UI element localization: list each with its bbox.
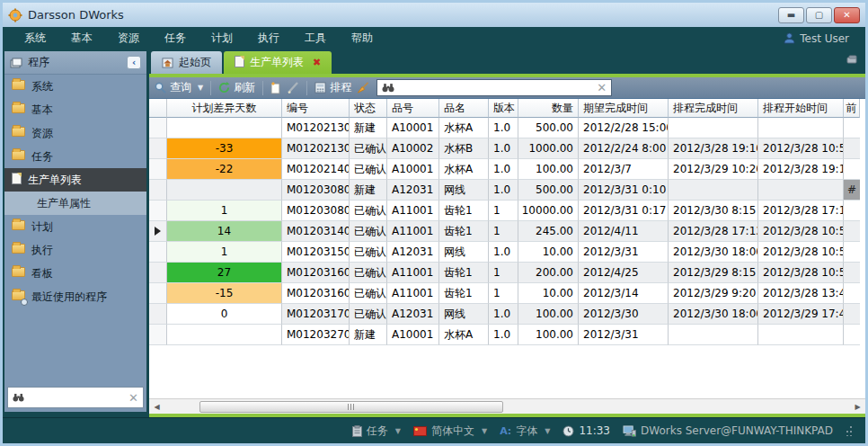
cell-qty[interactable]: 245.00 xyxy=(518,221,579,242)
row-selector[interactable] xyxy=(149,325,167,345)
cell-extra[interactable] xyxy=(844,159,860,180)
cell-status[interactable]: 已确认 xyxy=(350,242,387,263)
menu-item-1[interactable]: 基本 xyxy=(58,28,105,49)
cell-sched_end[interactable] xyxy=(669,118,758,138)
cell-status[interactable]: 已确认 xyxy=(350,159,387,180)
schedule-button[interactable]: 排程 xyxy=(314,80,351,95)
cell-diff[interactable]: -33 xyxy=(167,138,282,159)
language-dropdown-icon[interactable]: ▼ xyxy=(482,427,487,435)
cell-item_name[interactable]: 齿轮1 xyxy=(439,201,489,221)
cell-code[interactable]: M012021401 xyxy=(282,159,350,180)
column-header-9[interactable]: 排程开始时间 xyxy=(758,99,844,118)
cell-qty[interactable]: 100.00 xyxy=(518,304,579,325)
cell-item_name[interactable]: 水杯B xyxy=(439,138,489,159)
cell-sched_end[interactable]: 2012/3/30 18:00 xyxy=(669,242,758,263)
cell-qty[interactable]: 200.00 xyxy=(518,263,579,283)
cell-extra[interactable] xyxy=(844,325,860,345)
cell-code[interactable]: M012031402 xyxy=(282,221,350,242)
table-row[interactable]: M012032701新建A10001水杯A1.0100.002012/3/31 xyxy=(149,325,865,345)
cell-extra[interactable] xyxy=(844,138,860,159)
window-list-icon[interactable] xyxy=(846,54,858,65)
cell-sched_end[interactable]: 2012/3/28 19:10 xyxy=(669,138,758,159)
cell-extra[interactable] xyxy=(844,221,860,242)
cell-sched_start[interactable]: 2012/3/28 10:52 xyxy=(758,263,844,283)
tab-close-icon[interactable]: ✖ xyxy=(313,57,321,68)
cell-item_no[interactable]: A11001 xyxy=(387,283,439,304)
cell-status[interactable]: 已确认 xyxy=(350,201,387,221)
sidebar-item-5[interactable]: 生产单属性 xyxy=(4,192,146,215)
cell-item_name[interactable]: 齿轮1 xyxy=(439,221,489,242)
current-row-indicator[interactable] xyxy=(149,221,167,242)
cell-item_name[interactable]: 网线 xyxy=(439,242,489,263)
cell-version[interactable]: 1 xyxy=(489,221,518,242)
column-header-7[interactable]: 期望完成时间 xyxy=(579,99,669,118)
table-row[interactable]: 1M012031501已确认A12031网线1.010.002012/3/312… xyxy=(149,242,865,263)
cell-sched_end[interactable] xyxy=(669,325,758,345)
cell-sched_start[interactable]: 2012/3/28 10:52 xyxy=(758,242,844,263)
cell-extra[interactable] xyxy=(844,201,860,221)
current-user[interactable]: Test User xyxy=(784,32,856,45)
cell-code[interactable]: M012021302 xyxy=(282,138,350,159)
cell-expect[interactable]: 2012/2/28 15:00 xyxy=(579,118,669,138)
row-selector[interactable] xyxy=(149,263,167,283)
sidebar-search-input[interactable] xyxy=(29,392,124,404)
cell-extra[interactable] xyxy=(844,263,860,283)
cell-sched_start[interactable]: 2012/3/28 17:13 xyxy=(758,201,844,221)
cell-code[interactable]: M012031501 xyxy=(282,242,350,263)
new-button[interactable] xyxy=(270,82,281,94)
menu-item-5[interactable]: 执行 xyxy=(245,28,292,49)
scrollbar-thumb[interactable] xyxy=(199,401,503,413)
cell-sched_start[interactable] xyxy=(758,180,844,201)
scroll-left-icon[interactable]: ◀ xyxy=(149,399,164,414)
cell-diff[interactable]: -22 xyxy=(167,159,282,180)
cell-item_no[interactable]: A10002 xyxy=(387,138,439,159)
cell-item_no[interactable]: A11001 xyxy=(387,201,439,221)
cell-expect[interactable]: 2012/3/31 xyxy=(579,242,669,263)
cell-qty[interactable]: 1000.00 xyxy=(518,138,579,159)
row-selector[interactable] xyxy=(149,242,167,263)
cell-item_no[interactable]: A12031 xyxy=(387,304,439,325)
row-selector[interactable] xyxy=(149,180,167,201)
cell-expect[interactable]: 2012/3/31 0:10 xyxy=(579,180,669,201)
cell-sched_start[interactable]: 2012/3/28 10:52 xyxy=(758,138,844,159)
sidebar-item-4[interactable]: 生产单列表 xyxy=(4,168,146,192)
cell-extra[interactable]: # xyxy=(844,180,860,201)
sidebar-item-8[interactable]: 看板 xyxy=(4,262,146,285)
table-row[interactable]: -33M012021302已确认A10002水杯B1.01000.002012/… xyxy=(149,138,865,159)
task-status-item[interactable]: 任务▼ xyxy=(352,424,401,439)
cell-qty[interactable]: 100.00 xyxy=(518,325,579,345)
cell-sched_end[interactable]: 2012/3/29 8:15 xyxy=(669,263,758,283)
query-dropdown-icon[interactable]: ▼ xyxy=(198,84,203,92)
cell-expect[interactable]: 2012/4/25 xyxy=(579,263,669,283)
cell-extra[interactable] xyxy=(844,304,860,325)
cell-qty[interactable]: 100.00 xyxy=(518,159,579,180)
cell-diff[interactable]: 1 xyxy=(167,242,282,263)
column-header-4[interactable]: 品名 xyxy=(439,99,489,118)
cell-expect[interactable]: 2012/3/7 xyxy=(579,159,669,180)
cell-item_no[interactable]: A10001 xyxy=(387,159,439,180)
cell-sched_end[interactable] xyxy=(669,180,758,201)
menu-item-3[interactable]: 任务 xyxy=(152,28,199,49)
sidebar-item-7[interactable]: 执行 xyxy=(4,238,146,262)
cell-expect[interactable]: 2012/2/24 8:00 xyxy=(579,138,669,159)
resize-grip[interactable] xyxy=(846,425,853,436)
cell-item_name[interactable]: 网线 xyxy=(439,304,489,325)
maximize-button[interactable]: ▢ xyxy=(806,7,832,23)
edit-button[interactable] xyxy=(287,82,299,94)
clean-button[interactable] xyxy=(357,82,369,94)
horizontal-scrollbar[interactable]: ◀ ▶ xyxy=(149,398,865,414)
sidebar-item-2[interactable]: 资源 xyxy=(4,121,146,145)
cell-expect[interactable]: 2012/3/31 0:17 xyxy=(579,201,669,221)
sidebar-collapse-button[interactable]: ‹ xyxy=(127,56,141,69)
cell-extra[interactable] xyxy=(844,283,860,304)
cell-extra[interactable] xyxy=(844,118,860,138)
menu-item-4[interactable]: 计划 xyxy=(199,28,245,49)
menu-item-2[interactable]: 资源 xyxy=(105,28,152,49)
table-row[interactable]: 27M012031601已确认A11001齿轮11200.002012/4/25… xyxy=(149,263,865,283)
cell-code[interactable]: M012031601 xyxy=(282,263,350,283)
tab-0[interactable]: 起始页 xyxy=(151,51,222,74)
cell-code[interactable]: M012031602 xyxy=(282,283,350,304)
row-selector[interactable] xyxy=(149,201,167,221)
cell-version[interactable]: 1 xyxy=(489,263,518,283)
cell-status[interactable]: 新建 xyxy=(350,180,387,201)
